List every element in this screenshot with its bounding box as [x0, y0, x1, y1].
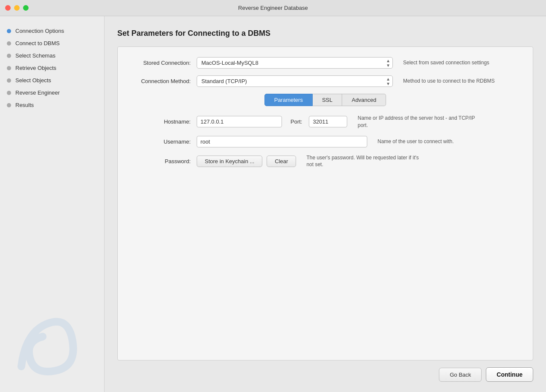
- sidebar-item-select-objects[interactable]: Select Objects: [0, 74, 104, 86]
- password-row: Password: Store in Keychain ... Clear Th…: [126, 154, 524, 169]
- continue-button[interactable]: Continue: [486, 367, 533, 382]
- stored-connection-select-wrapper: MacOS-Local-MySQL8 ▲ ▼: [197, 57, 393, 69]
- sidebar-label-connect-to-dbms: Connect to DBMS: [15, 40, 60, 46]
- sidebar-item-reverse-engineer[interactable]: Reverse Engineer: [0, 86, 104, 99]
- dot-reverse-engineer: [7, 91, 11, 95]
- window-controls: [5, 5, 29, 11]
- hostname-control: Port: Name or IP address of the server h…: [197, 115, 477, 129]
- username-label: Username:: [126, 138, 197, 145]
- hostname-label: Hostname:: [126, 118, 197, 125]
- username-input[interactable]: [197, 136, 367, 147]
- sidebar-item-connection-options[interactable]: Connection Options: [0, 25, 104, 37]
- stored-connection-select[interactable]: MacOS-Local-MySQL8: [197, 57, 393, 69]
- tab-advanced[interactable]: Advanced: [342, 94, 386, 106]
- sidebar-item-retrieve-objects[interactable]: Retrieve Objects: [0, 62, 104, 74]
- content-area: Set Parameters for Connecting to a DBMS …: [105, 16, 546, 392]
- watermark-decoration: [4, 298, 90, 383]
- password-hint: The user's password. Will be requested l…: [306, 154, 426, 169]
- dot-results: [7, 103, 11, 107]
- maximize-button[interactable]: [23, 5, 29, 11]
- form-panel: Stored Connection: MacOS-Local-MySQL8 ▲ …: [117, 46, 533, 360]
- sidebar-item-select-schemas[interactable]: Select Schemas: [0, 49, 104, 62]
- hostname-row: Hostname: Port: Name or IP address of th…: [126, 115, 524, 129]
- close-button[interactable]: [5, 5, 11, 11]
- sidebar-label-select-schemas: Select Schemas: [15, 52, 55, 59]
- sidebar-item-results[interactable]: Results: [0, 99, 104, 111]
- page-title: Set Parameters for Connecting to a DBMS: [117, 29, 533, 38]
- main-layout: Connection Options Connect to DBMS Selec…: [0, 16, 546, 392]
- sidebar-item-connect-to-dbms[interactable]: Connect to DBMS: [0, 37, 104, 49]
- hostname-hint: Name or IP address of the server host - …: [357, 115, 477, 129]
- tab-parameters[interactable]: Parameters: [264, 94, 313, 106]
- stored-connection-label: Stored Connection:: [126, 60, 197, 66]
- stored-connection-row: Stored Connection: MacOS-Local-MySQL8 ▲ …: [126, 57, 524, 69]
- connection-method-control: Standard (TCP/IP) ▲ ▼ Method to use to c…: [197, 75, 524, 87]
- tabs-container: Parameters SSL Advanced: [126, 94, 524, 106]
- password-label: Password:: [126, 158, 197, 164]
- sidebar-label-retrieve-objects: Retrieve Objects: [15, 65, 56, 71]
- go-back-button[interactable]: Go Back: [439, 368, 482, 382]
- sidebar-label-select-objects: Select Objects: [15, 77, 51, 84]
- connection-method-row: Connection Method: Standard (TCP/IP) ▲ ▼…: [126, 75, 524, 87]
- username-hint: Name of the user to connect with.: [378, 138, 454, 145]
- hostname-input[interactable]: [197, 116, 282, 127]
- username-control: Name of the user to connect with.: [197, 136, 524, 147]
- connection-method-hint: Method to use to connect to the RDBMS: [403, 78, 495, 85]
- connection-method-label: Connection Method:: [126, 78, 197, 84]
- port-input[interactable]: [309, 116, 347, 127]
- titlebar: Reverse Engineer Database: [0, 0, 546, 16]
- username-row: Username: Name of the user to connect wi…: [126, 136, 524, 147]
- password-control: Store in Keychain ... Clear The user's p…: [197, 154, 524, 169]
- minimize-button[interactable]: [14, 5, 20, 11]
- sidebar-label-reverse-engineer: Reverse Engineer: [15, 89, 60, 96]
- sidebar-label-results: Results: [15, 102, 34, 108]
- dot-select-schemas: [7, 54, 11, 58]
- tab-ssl[interactable]: SSL: [313, 94, 343, 106]
- dot-connect-to-dbms: [7, 41, 11, 46]
- connection-method-select[interactable]: Standard (TCP/IP): [197, 75, 393, 87]
- port-label: Port:: [290, 118, 302, 125]
- footer: Go Back Continue: [117, 360, 533, 383]
- store-in-keychain-button[interactable]: Store in Keychain ...: [197, 156, 262, 167]
- dot-retrieve-objects: [7, 66, 11, 70]
- sidebar-label-connection-options: Connection Options: [15, 28, 64, 34]
- dot-select-objects: [7, 78, 11, 83]
- clear-button[interactable]: Clear: [267, 156, 296, 167]
- connection-method-select-wrapper: Standard (TCP/IP) ▲ ▼: [197, 75, 393, 87]
- stored-connection-control: MacOS-Local-MySQL8 ▲ ▼ Select from saved…: [197, 57, 524, 69]
- stored-connection-hint: Select from saved connection settings: [403, 59, 489, 66]
- sidebar: Connection Options Connect to DBMS Selec…: [0, 16, 105, 392]
- dot-connection-options: [7, 29, 11, 33]
- window-title: Reverse Engineer Database: [238, 5, 308, 11]
